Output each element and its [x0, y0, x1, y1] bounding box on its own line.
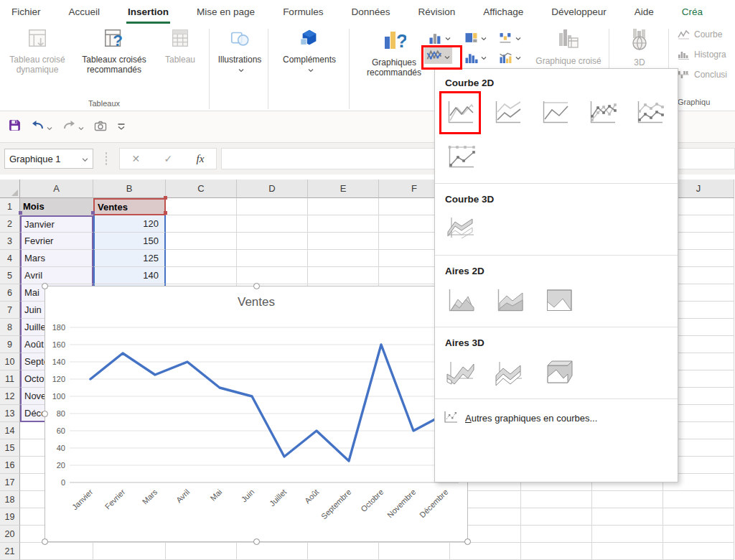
customize-button[interactable]: [117, 121, 126, 134]
chart-type-area-100[interactable]: [538, 281, 579, 321]
column-header-E[interactable]: E: [308, 179, 379, 198]
cell-I20[interactable]: [592, 526, 663, 543]
cell-A5[interactable]: Avril: [20, 267, 93, 284]
chart-type-line-3d[interactable]: [441, 209, 481, 249]
cell-E2[interactable]: [308, 215, 379, 233]
row-header-1[interactable]: 1: [0, 198, 20, 215]
cell-I18[interactable]: [592, 491, 663, 508]
row-header-11[interactable]: 11: [0, 370, 20, 388]
formula-bar-resize-handle[interactable]: [105, 151, 108, 166]
chart-selection-handle[interactable]: [253, 283, 260, 289]
range-handle-red[interactable]: [164, 211, 167, 215]
insert-waterfall-chart-button[interactable]: [497, 29, 523, 45]
complements-button[interactable]: Compléments: [273, 27, 346, 75]
insert-column-chart-button[interactable]: [426, 29, 453, 45]
cell-E1[interactable]: [308, 198, 379, 215]
name-box[interactable]: Graphique 1: [4, 149, 93, 169]
cell-G21[interactable]: [450, 543, 521, 560]
chevron-down-icon[interactable]: [78, 121, 84, 134]
cell-J20[interactable]: [663, 526, 734, 543]
range-handle-purple[interactable]: [19, 211, 22, 215]
tab-insertion[interactable]: Insertion: [128, 0, 169, 24]
row-header-2[interactable]: 2: [0, 215, 20, 233]
insert-line-chart-button[interactable]: [424, 47, 452, 64]
row-header-20[interactable]: 20: [0, 526, 20, 543]
undo-button[interactable]: [31, 120, 52, 134]
range-handle-purple[interactable]: [91, 211, 95, 215]
save-button[interactable]: [9, 119, 21, 134]
tab-mise-en-page[interactable]: Mise en page: [197, 0, 255, 24]
column-header-D[interactable]: D: [237, 179, 308, 198]
cell-B3[interactable]: 150: [93, 233, 166, 250]
row-header-10[interactable]: 10: [0, 353, 20, 370]
row-header-7[interactable]: 7: [0, 302, 20, 319]
tab-fichier[interactable]: Fichier: [11, 0, 41, 24]
chart-type-area-stacked[interactable]: [490, 281, 530, 321]
chart-type-line-100-markers[interactable]: [441, 137, 481, 177]
tab-accueil[interactable]: Accueil: [69, 0, 100, 24]
chart-selection-handle[interactable]: [42, 283, 48, 289]
chart-type-area-3d[interactable]: [441, 353, 481, 393]
chart-selection-handle[interactable]: [253, 538, 260, 545]
illustrations-button[interactable]: Illustrations: [214, 27, 266, 75]
row-header-18[interactable]: 18: [0, 491, 20, 508]
chart-type-line-100[interactable]: [535, 93, 574, 133]
cell-B2[interactable]: 120: [93, 215, 166, 233]
chevron-down-icon[interactable]: [47, 121, 52, 134]
cell-D1[interactable]: [237, 198, 308, 215]
cell-H21[interactable]: [521, 543, 592, 560]
column-header-B[interactable]: B: [93, 179, 166, 198]
cell-H19[interactable]: [521, 508, 592, 526]
row-header-19[interactable]: 19: [0, 508, 20, 526]
cell-E3[interactable]: [308, 233, 379, 250]
cell-A21[interactable]: [20, 543, 93, 560]
row-header-3[interactable]: 3: [0, 233, 20, 250]
chart-type-area-3d-100[interactable]: [538, 353, 579, 393]
cell-C1[interactable]: [166, 198, 237, 215]
chart-type-line[interactable]: [441, 93, 479, 133]
embedded-chart[interactable]: Ventes 180160140120100806040200JanvierFe…: [45, 286, 468, 542]
tab-aide[interactable]: Aide: [635, 0, 654, 24]
tab-développeur[interactable]: Développeur: [551, 0, 607, 24]
cancel-icon[interactable]: ✕: [132, 153, 141, 164]
cell-B1[interactable]: Ventes: [93, 198, 166, 215]
tab-affichage[interactable]: Affichage: [483, 0, 523, 24]
cell-H20[interactable]: [521, 526, 592, 543]
cell-D3[interactable]: [237, 233, 308, 250]
row-header-4[interactable]: 4: [0, 250, 20, 267]
chart-type-line-stacked-markers[interactable]: [630, 93, 669, 133]
row-header-12[interactable]: 12: [0, 388, 20, 405]
cell-E21[interactable]: [308, 543, 379, 560]
redo-button[interactable]: [62, 120, 84, 134]
cell-I21[interactable]: [592, 543, 663, 560]
cell-J21[interactable]: [663, 543, 734, 560]
chart-type-line-markers[interactable]: [583, 93, 622, 133]
cell-A3[interactable]: Fevrier: [20, 233, 93, 250]
row-header-21[interactable]: 21: [0, 543, 20, 560]
recommended-charts-button[interactable]: ? Graphiques recommandés: [355, 27, 434, 78]
tab-données[interactable]: Données: [351, 0, 390, 24]
chart-type-area-3d-stacked[interactable]: [490, 353, 530, 393]
row-header-14[interactable]: 14: [0, 422, 20, 439]
insert-hierarchy-chart-button[interactable]: [462, 29, 489, 45]
range-handle-red[interactable]: [164, 196, 167, 200]
cell-E4[interactable]: [308, 250, 379, 267]
cell-C3[interactable]: [166, 233, 237, 250]
tab-créa[interactable]: Créa: [682, 0, 703, 24]
cell-C4[interactable]: [166, 250, 237, 267]
cell-E5[interactable]: [308, 267, 379, 284]
cell-J19[interactable]: [663, 508, 734, 526]
select-all-corner[interactable]: [0, 179, 20, 198]
column-header-C[interactable]: C: [166, 179, 237, 198]
row-header-13[interactable]: 13: [0, 405, 20, 422]
row-header-17[interactable]: 17: [0, 474, 20, 491]
cell-D5[interactable]: [237, 267, 308, 284]
chart-selection-handle[interactable]: [42, 411, 48, 417]
row-header-8[interactable]: 8: [0, 319, 20, 336]
tab-formules[interactable]: Formules: [283, 0, 323, 24]
chart-type-line-stacked[interactable]: [488, 93, 527, 133]
cell-B21[interactable]: [93, 543, 166, 560]
cell-J18[interactable]: [663, 491, 734, 508]
chart-selection-handle[interactable]: [42, 538, 48, 545]
cell-C5[interactable]: [166, 267, 237, 284]
